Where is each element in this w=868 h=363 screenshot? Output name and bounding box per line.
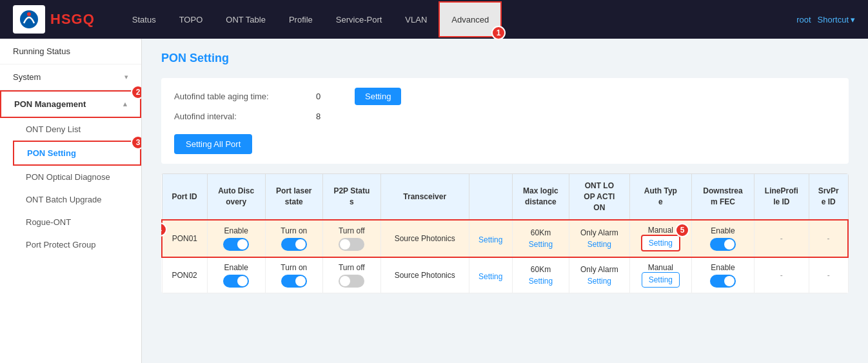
annotation-1: 1: [491, 26, 506, 40]
sidebar-item-ont-batch-upgrade[interactable]: ONT Batch Upgrade: [13, 188, 141, 211]
content: PON Setting Autofind table aging time: 0…: [142, 39, 868, 363]
svg-point-1: [27, 12, 31, 16]
cell-port-laser: Turn on: [265, 220, 322, 257]
annotation-3: 3: [131, 135, 142, 150]
chevron-up-icon: ▴: [123, 100, 127, 108]
info-section: Autofind table aging time: 0 Setting Aut…: [161, 78, 849, 164]
toggle-auto-disc-pon02[interactable]: [223, 275, 249, 288]
sidebar-item-system[interactable]: System ▾: [0, 64, 141, 90]
nav-user: root: [796, 15, 811, 25]
cell-downstream-fec-pon02: Enable: [692, 257, 755, 293]
cell-line-profile-pon02: -: [754, 257, 809, 293]
auth-setting-btn-pon01[interactable]: Setting: [641, 235, 680, 251]
nav-shortcut[interactable]: Shortcut ▾: [818, 15, 855, 25]
table-header-row: Port ID Auto Disc overy Port laser state…: [162, 174, 848, 221]
sidebar-item-port-protect-group[interactable]: Port Protect Group: [13, 233, 141, 256]
annotation-2: 2: [131, 85, 142, 99]
nav-service-port[interactable]: Service-Port: [324, 0, 394, 39]
col-auth-type: Auth Typ e: [629, 174, 692, 221]
autofind-aging-label: Autofind table aging time:: [174, 92, 303, 101]
cell-auth-type-pon02: Manual Setting: [629, 257, 692, 293]
nav-topo[interactable]: TOPO: [168, 0, 215, 39]
info-row-interval: Autofind interval: 8: [174, 112, 836, 121]
col-p2p: P2P Statu s: [322, 174, 380, 221]
page-title: PON Setting: [161, 52, 849, 65]
transceiver-setting-link-pon01[interactable]: Setting: [475, 235, 507, 244]
annotation-5: 5: [675, 223, 689, 237]
toggle-p2p-pon02[interactable]: [339, 275, 364, 288]
col-transceiver-action: [469, 174, 512, 221]
main-layout: Running Status System ▾ PON Management ▴…: [0, 39, 868, 363]
cell-max-logic: 60Km Setting: [512, 220, 569, 257]
col-downstream-fec: Downstrea m FEC: [692, 174, 755, 221]
nav-right: root Shortcut ▾: [796, 15, 855, 25]
max-logic-setting-link-pon02[interactable]: Setting: [518, 277, 564, 286]
autofind-interval-value: 8: [316, 112, 342, 121]
sidebar-item-running-status[interactable]: Running Status: [0, 39, 141, 64]
info-row-aging: Autofind table aging time: 0 Setting: [174, 88, 836, 105]
logo-icon: [13, 5, 45, 34]
nav-status[interactable]: Status: [121, 0, 168, 39]
cell-transceiver: Source Photonics: [380, 220, 469, 257]
sidebar-item-pon-setting[interactable]: PON Setting: [13, 141, 141, 166]
col-port-laser: Port laser state: [265, 174, 322, 221]
sidebar-item-ont-deny-list[interactable]: ONT Deny List: [13, 118, 141, 141]
logo-text: HSGQ: [50, 11, 95, 28]
autofind-interval-label: Autofind interval:: [174, 112, 303, 121]
col-transceiver: Transceiver: [380, 174, 469, 221]
toggle-port-laser-pon02[interactable]: [281, 275, 307, 288]
header: HSGQ Status TOPO ONT Table Profile Servi…: [0, 0, 868, 39]
cell-port-id: PON01 4: [162, 220, 207, 257]
cell-ont-loop-pon02: Only Alarm Setting: [569, 257, 629, 293]
sidebar-item-pon-management[interactable]: PON Management ▴: [0, 90, 141, 118]
col-auto-disc: Auto Disc overy: [207, 174, 265, 221]
col-line-profile: LineProfi le ID: [754, 174, 809, 221]
cell-auto-disc-pon02: Enable: [207, 257, 265, 293]
sidebar-item-pon-optical-diagnose[interactable]: PON Optical Diagnose: [13, 166, 141, 188]
chevron-down-icon: ▾: [124, 73, 128, 81]
ont-loop-setting-link-pon02[interactable]: Setting: [575, 277, 624, 286]
sidebar-item-rogue-ont[interactable]: Rogue-ONT: [13, 211, 141, 233]
nav-ont-table[interactable]: ONT Table: [214, 0, 277, 39]
cell-line-profile-pon01: -: [754, 220, 809, 257]
cell-port-id-pon02: PON02: [162, 257, 207, 293]
col-port-id: Port ID: [162, 174, 207, 221]
sidebar-sub-pon: ONT Deny List PON Setting 3 PON Optical …: [0, 118, 141, 256]
col-max-logic: Max logic distance: [512, 174, 569, 221]
cell-p2p: Turn off: [322, 220, 380, 257]
ont-loop-setting-link-pon01[interactable]: Setting: [575, 240, 624, 249]
auth-setting-btn-pon02[interactable]: Setting: [642, 272, 680, 288]
cell-srv-profile-pon01: -: [809, 220, 848, 257]
nav-profile[interactable]: Profile: [277, 0, 324, 39]
toggle-downstream-fec-pon01[interactable]: [710, 238, 736, 251]
pon-setting-table: Port ID Auto Disc overy Port laser state…: [161, 173, 849, 293]
toggle-auto-disc-pon01[interactable]: [223, 238, 249, 251]
toggle-downstream-fec-pon02[interactable]: [710, 275, 736, 288]
logo-area: HSGQ: [13, 5, 95, 34]
transceiver-setting-link-pon02[interactable]: Setting: [475, 272, 507, 281]
cell-auto-disc: Enable: [207, 220, 265, 257]
table-container: Port ID Auto Disc overy Port laser state…: [161, 173, 849, 293]
max-logic-setting-link-pon01[interactable]: Setting: [518, 240, 564, 249]
cell-transceiver-setting-pon02[interactable]: Setting: [469, 257, 512, 293]
cell-downstream-fec: Enable: [692, 220, 755, 257]
col-srv-profile: SrvPr e ID: [809, 174, 848, 221]
cell-transceiver-setting[interactable]: Setting: [469, 220, 512, 257]
annotation-4: 4: [161, 222, 167, 237]
cell-max-logic-pon02: 60Km Setting: [512, 257, 569, 293]
cell-transceiver-pon02: Source Photonics: [380, 257, 469, 293]
cell-srv-profile-pon02: -: [809, 257, 848, 293]
nav-vlan[interactable]: VLAN: [393, 0, 439, 39]
setting-all-port-button[interactable]: Setting All Port: [174, 134, 252, 154]
nav-links: Status TOPO ONT Table Profile Service-Po…: [121, 0, 796, 39]
cell-ont-loop: Only Alarm Setting: [569, 220, 629, 257]
cell-port-laser-pon02: Turn on: [265, 257, 322, 293]
table-row: PON01 4 Enable: [162, 220, 848, 257]
table-row: PON02 Enable Turn on: [162, 257, 848, 293]
toggle-p2p-pon01[interactable]: [339, 238, 364, 251]
toggle-port-laser-pon01[interactable]: [281, 238, 307, 251]
sidebar: Running Status System ▾ PON Management ▴…: [0, 39, 142, 363]
autofind-aging-value: 0: [316, 92, 342, 101]
cell-p2p-pon02: Turn off: [322, 257, 380, 293]
setting-button[interactable]: Setting: [355, 88, 401, 105]
